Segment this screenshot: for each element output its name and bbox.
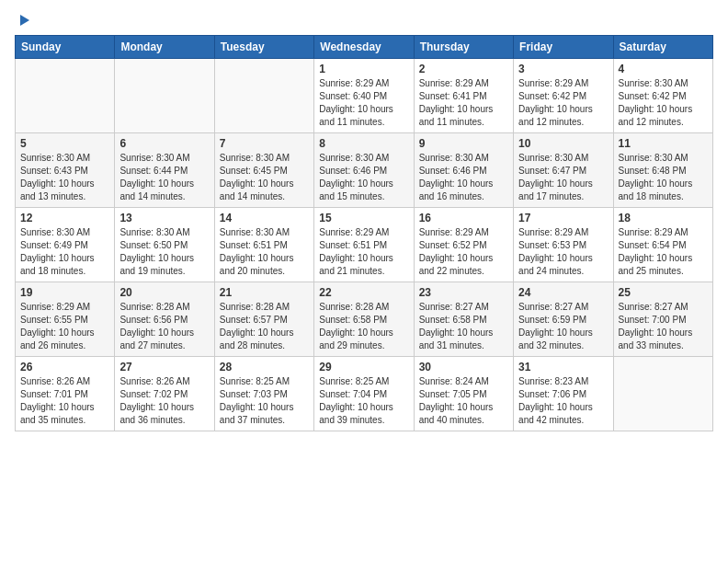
calendar-week-row: 1Sunrise: 8:29 AM Sunset: 6:40 PM Daylig… bbox=[16, 59, 713, 133]
day-number: 3 bbox=[518, 63, 608, 75]
day-info: Sunrise: 8:30 AM Sunset: 6:51 PM Dayligh… bbox=[220, 226, 309, 278]
calendar-cell: 5Sunrise: 8:30 AM Sunset: 6:43 PM Daylig… bbox=[16, 133, 115, 208]
day-info: Sunrise: 8:30 AM Sunset: 6:48 PM Dayligh… bbox=[619, 152, 708, 203]
calendar-cell: 12Sunrise: 8:30 AM Sunset: 6:49 PM Dayli… bbox=[16, 208, 115, 282]
calendar-cell: 10Sunrise: 8:30 AM Sunset: 6:47 PM Dayli… bbox=[514, 133, 613, 208]
day-number: 1 bbox=[319, 63, 408, 75]
day-info: Sunrise: 8:24 AM Sunset: 7:05 PM Dayligh… bbox=[419, 375, 508, 427]
day-info: Sunrise: 8:28 AM Sunset: 6:57 PM Dayligh… bbox=[220, 301, 309, 352]
day-info: Sunrise: 8:30 AM Sunset: 6:50 PM Dayligh… bbox=[119, 226, 209, 278]
calendar-cell: 25Sunrise: 8:27 AM Sunset: 7:00 PM Dayli… bbox=[613, 282, 712, 357]
day-number: 27 bbox=[119, 361, 209, 373]
calendar-cell: 24Sunrise: 8:27 AM Sunset: 6:59 PM Dayli… bbox=[514, 282, 613, 357]
calendar-cell bbox=[214, 59, 313, 133]
day-info: Sunrise: 8:30 AM Sunset: 6:45 PM Dayligh… bbox=[220, 152, 309, 203]
day-number: 19 bbox=[20, 286, 109, 299]
day-info: Sunrise: 8:30 AM Sunset: 6:46 PM Dayligh… bbox=[319, 152, 408, 203]
day-number: 11 bbox=[619, 137, 708, 150]
day-number: 13 bbox=[119, 212, 209, 224]
weekday-header: Friday bbox=[514, 36, 613, 59]
calendar-cell: 8Sunrise: 8:30 AM Sunset: 6:46 PM Daylig… bbox=[314, 133, 414, 208]
calendar-table: SundayMondayTuesdayWednesdayThursdayFrid… bbox=[15, 35, 713, 431]
calendar-cell bbox=[16, 59, 115, 133]
day-number: 18 bbox=[619, 212, 708, 224]
calendar-cell: 6Sunrise: 8:30 AM Sunset: 6:44 PM Daylig… bbox=[115, 133, 214, 208]
day-number: 20 bbox=[119, 286, 209, 299]
day-info: Sunrise: 8:30 AM Sunset: 6:49 PM Dayligh… bbox=[20, 226, 109, 278]
day-number: 16 bbox=[419, 212, 508, 224]
day-number: 9 bbox=[419, 137, 508, 150]
calendar-cell: 1Sunrise: 8:29 AM Sunset: 6:40 PM Daylig… bbox=[314, 59, 414, 133]
day-info: Sunrise: 8:29 AM Sunset: 6:53 PM Dayligh… bbox=[518, 226, 608, 278]
calendar-cell: 20Sunrise: 8:28 AM Sunset: 6:56 PM Dayli… bbox=[115, 282, 214, 357]
day-number: 4 bbox=[619, 63, 708, 75]
day-info: Sunrise: 8:28 AM Sunset: 6:56 PM Dayligh… bbox=[119, 301, 209, 352]
calendar-cell: 9Sunrise: 8:30 AM Sunset: 6:46 PM Daylig… bbox=[414, 133, 513, 208]
calendar-header-row: SundayMondayTuesdayWednesdayThursdayFrid… bbox=[16, 36, 713, 59]
calendar-cell: 28Sunrise: 8:25 AM Sunset: 7:03 PM Dayli… bbox=[214, 357, 313, 431]
day-info: Sunrise: 8:30 AM Sunset: 6:46 PM Dayligh… bbox=[419, 152, 508, 203]
day-number: 21 bbox=[220, 286, 309, 299]
day-number: 12 bbox=[20, 212, 109, 224]
day-info: Sunrise: 8:29 AM Sunset: 6:51 PM Dayligh… bbox=[319, 226, 408, 278]
day-number: 23 bbox=[419, 286, 508, 299]
calendar-cell: 7Sunrise: 8:30 AM Sunset: 6:45 PM Daylig… bbox=[214, 133, 313, 208]
day-info: Sunrise: 8:30 AM Sunset: 6:43 PM Dayligh… bbox=[20, 152, 109, 203]
calendar-cell: 31Sunrise: 8:23 AM Sunset: 7:06 PM Dayli… bbox=[514, 357, 613, 431]
logo bbox=[15, 15, 31, 28]
calendar-cell: 11Sunrise: 8:30 AM Sunset: 6:48 PM Dayli… bbox=[613, 133, 712, 208]
day-number: 2 bbox=[419, 63, 508, 75]
calendar-cell: 13Sunrise: 8:30 AM Sunset: 6:50 PM Dayli… bbox=[115, 208, 214, 282]
day-number: 22 bbox=[319, 286, 408, 299]
day-number: 29 bbox=[319, 361, 408, 373]
logo-icon bbox=[17, 13, 31, 28]
day-info: Sunrise: 8:29 AM Sunset: 6:54 PM Dayligh… bbox=[619, 226, 708, 278]
day-number: 6 bbox=[119, 137, 209, 150]
day-number: 26 bbox=[20, 361, 109, 373]
day-number: 25 bbox=[619, 286, 708, 299]
day-info: Sunrise: 8:29 AM Sunset: 6:41 PM Dayligh… bbox=[419, 77, 508, 129]
calendar-cell: 2Sunrise: 8:29 AM Sunset: 6:41 PM Daylig… bbox=[414, 59, 513, 133]
day-info: Sunrise: 8:27 AM Sunset: 6:59 PM Dayligh… bbox=[518, 301, 608, 352]
day-info: Sunrise: 8:26 AM Sunset: 7:02 PM Dayligh… bbox=[119, 375, 209, 427]
calendar-cell bbox=[613, 357, 712, 431]
calendar-cell: 27Sunrise: 8:26 AM Sunset: 7:02 PM Dayli… bbox=[115, 357, 214, 431]
day-number: 30 bbox=[419, 361, 508, 373]
calendar-cell: 29Sunrise: 8:25 AM Sunset: 7:04 PM Dayli… bbox=[314, 357, 414, 431]
calendar-cell: 19Sunrise: 8:29 AM Sunset: 6:55 PM Dayli… bbox=[16, 282, 115, 357]
day-info: Sunrise: 8:29 AM Sunset: 6:52 PM Dayligh… bbox=[419, 226, 508, 278]
day-number: 14 bbox=[220, 212, 309, 224]
svg-marker-0 bbox=[20, 15, 29, 26]
day-number: 24 bbox=[518, 286, 608, 299]
calendar-cell: 3Sunrise: 8:29 AM Sunset: 6:42 PM Daylig… bbox=[514, 59, 613, 133]
weekday-header: Wednesday bbox=[314, 36, 414, 59]
calendar-cell: 21Sunrise: 8:28 AM Sunset: 6:57 PM Dayli… bbox=[214, 282, 313, 357]
day-info: Sunrise: 8:23 AM Sunset: 7:06 PM Dayligh… bbox=[518, 375, 608, 427]
calendar-cell bbox=[115, 59, 214, 133]
day-number: 31 bbox=[518, 361, 608, 373]
day-info: Sunrise: 8:27 AM Sunset: 6:58 PM Dayligh… bbox=[419, 301, 508, 352]
calendar-cell: 23Sunrise: 8:27 AM Sunset: 6:58 PM Dayli… bbox=[414, 282, 513, 357]
day-number: 28 bbox=[220, 361, 309, 373]
day-info: Sunrise: 8:30 AM Sunset: 6:47 PM Dayligh… bbox=[518, 152, 608, 203]
calendar-cell: 17Sunrise: 8:29 AM Sunset: 6:53 PM Dayli… bbox=[514, 208, 613, 282]
day-info: Sunrise: 8:25 AM Sunset: 7:03 PM Dayligh… bbox=[220, 375, 309, 427]
day-number: 7 bbox=[220, 137, 309, 150]
calendar-cell: 16Sunrise: 8:29 AM Sunset: 6:52 PM Dayli… bbox=[414, 208, 513, 282]
day-info: Sunrise: 8:27 AM Sunset: 7:00 PM Dayligh… bbox=[619, 301, 708, 352]
weekday-header: Sunday bbox=[16, 36, 115, 59]
calendar-week-row: 19Sunrise: 8:29 AM Sunset: 6:55 PM Dayli… bbox=[16, 282, 713, 357]
calendar-cell: 4Sunrise: 8:30 AM Sunset: 6:42 PM Daylig… bbox=[613, 59, 712, 133]
day-info: Sunrise: 8:29 AM Sunset: 6:40 PM Dayligh… bbox=[319, 77, 408, 129]
calendar-cell: 14Sunrise: 8:30 AM Sunset: 6:51 PM Dayli… bbox=[214, 208, 313, 282]
calendar-week-row: 26Sunrise: 8:26 AM Sunset: 7:01 PM Dayli… bbox=[16, 357, 713, 431]
day-info: Sunrise: 8:29 AM Sunset: 6:42 PM Dayligh… bbox=[518, 77, 608, 129]
weekday-header: Tuesday bbox=[214, 36, 313, 59]
calendar-week-row: 12Sunrise: 8:30 AM Sunset: 6:49 PM Dayli… bbox=[16, 208, 713, 282]
day-info: Sunrise: 8:26 AM Sunset: 7:01 PM Dayligh… bbox=[20, 375, 109, 427]
calendar-week-row: 5Sunrise: 8:30 AM Sunset: 6:43 PM Daylig… bbox=[16, 133, 713, 208]
day-number: 17 bbox=[518, 212, 608, 224]
calendar-cell: 18Sunrise: 8:29 AM Sunset: 6:54 PM Dayli… bbox=[613, 208, 712, 282]
weekday-header: Saturday bbox=[613, 36, 712, 59]
day-number: 15 bbox=[319, 212, 408, 224]
